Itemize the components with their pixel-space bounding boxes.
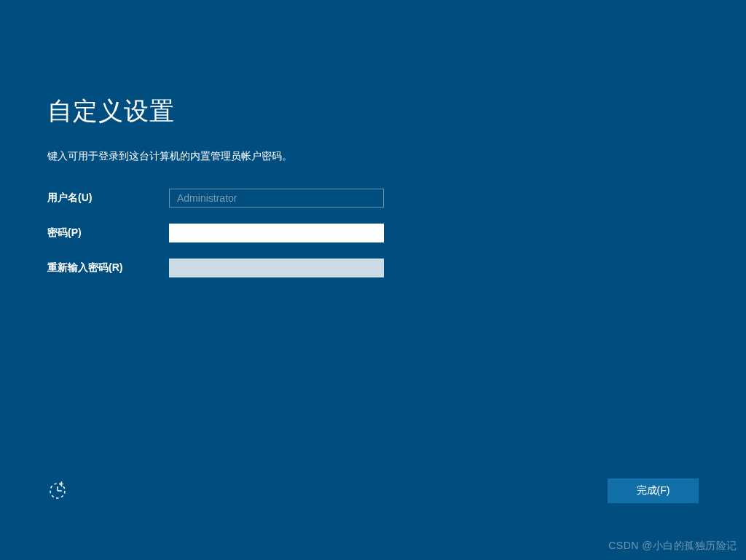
page-title: 自定义设置 (47, 95, 699, 128)
watermark-text: CSDN @小白的孤独历险记 (608, 540, 737, 553)
password-field[interactable] (169, 224, 384, 242)
password-row: 密码(P) (47, 224, 699, 242)
reenter-password-field[interactable] (169, 259, 384, 277)
finish-button[interactable]: 完成(F) (608, 478, 699, 503)
username-field (169, 189, 384, 208)
username-label: 用户名(U) (47, 192, 169, 205)
password-label: 密码(P) (47, 226, 169, 240)
reenter-password-label: 重新输入密码(R) (47, 261, 169, 275)
reenter-password-row: 重新输入密码(R) (47, 259, 699, 277)
username-row: 用户名(U) (47, 189, 699, 208)
instruction-text: 键入可用于登录到这台计算机的内置管理员帐户密码。 (47, 150, 699, 163)
ease-of-access-icon[interactable] (47, 481, 68, 501)
